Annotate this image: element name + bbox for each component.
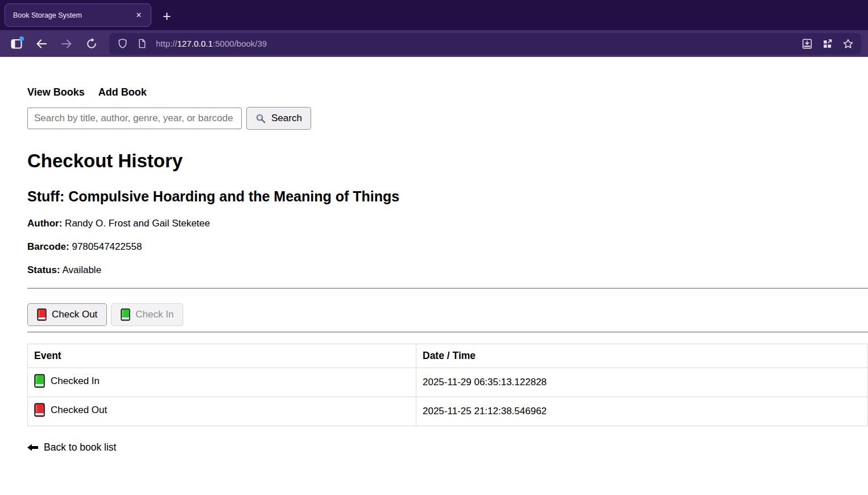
check-in-label: Check In	[135, 309, 173, 320]
status-value: Available	[62, 265, 101, 275]
barcode-line: Barcode: 9780547422558	[27, 241, 868, 253]
shield-icon[interactable]	[115, 36, 130, 51]
author-label: Author:	[27, 218, 62, 229]
notification-dot-icon	[19, 36, 24, 41]
table-row: Checked Out 2025-11-25 21:12:38.546962	[28, 397, 868, 426]
table-header-row: Event Date / Time	[28, 344, 868, 368]
author-line: Author: Randy O. Frost and Gail Steketee	[27, 218, 868, 229]
browser-toolbar: http://127.0.0.1:5000/book/39	[0, 30, 868, 57]
datetime-column-header: Date / Time	[416, 344, 868, 368]
divider	[27, 332, 868, 333]
divider	[27, 288, 868, 289]
page-content: View Books Add Book Search Checkout Hist…	[0, 57, 868, 495]
author-value: Randy O. Frost and Gail Steketee	[65, 218, 210, 229]
checkout-history-table: Event Date / Time Checked In	[27, 344, 868, 426]
checkout-actions: Check Out Check In	[27, 303, 868, 326]
datetime-cell: 2025-11-29 06:35:13.122828	[416, 368, 868, 397]
status-label: Status:	[27, 265, 60, 275]
search-icon	[255, 113, 266, 124]
firefox-view-icon[interactable]	[8, 35, 25, 52]
green-book-icon	[121, 308, 130, 321]
barcode-value: 9780547422558	[72, 241, 142, 252]
new-tab-button[interactable]: +	[163, 9, 171, 23]
green-book-icon	[34, 374, 45, 388]
check-out-label: Check Out	[52, 309, 97, 320]
tab-close-icon[interactable]: ✕	[133, 9, 145, 22]
barcode-label: Barcode:	[27, 241, 69, 252]
extensions-grid-icon[interactable]	[820, 36, 835, 51]
url-bar[interactable]: http://127.0.0.1:5000/book/39	[109, 33, 861, 55]
search-button[interactable]: Search	[246, 107, 311, 130]
red-book-icon	[37, 308, 47, 321]
event-label: Checked In	[51, 376, 100, 387]
event-cell: Checked Out	[28, 397, 416, 426]
browser-tab-bar: Book Storage System ✕ +	[0, 0, 868, 30]
red-book-icon	[34, 403, 45, 417]
left-arrow-icon	[27, 444, 38, 451]
back-to-book-list-link[interactable]: Back to book list	[27, 442, 116, 453]
check-in-button[interactable]: Check In	[111, 303, 183, 326]
nav-add-book-link[interactable]: Add Book	[98, 86, 147, 98]
save-page-icon[interactable]	[800, 36, 815, 51]
site-nav: View Books Add Book	[27, 86, 868, 98]
url-text[interactable]: http://127.0.0.1:5000/book/39	[156, 39, 267, 48]
search-row: Search	[27, 107, 868, 130]
browser-tab[interactable]: Book Storage System ✕	[5, 3, 151, 27]
book-title: Stuff: Compulsive Hoarding and the Meani…	[27, 188, 868, 205]
search-input[interactable]	[27, 108, 242, 129]
back-link-label: Back to book list	[44, 442, 116, 453]
page-info-icon[interactable]	[134, 36, 149, 51]
refresh-button[interactable]	[83, 35, 100, 52]
table-row: Checked In 2025-11-29 06:35:13.122828	[28, 368, 868, 397]
check-out-button[interactable]: Check Out	[27, 303, 107, 326]
event-label: Checked Out	[51, 405, 107, 416]
url-scheme: http://	[156, 39, 177, 48]
page-title: Checkout History	[27, 150, 868, 172]
bookmark-star-icon[interactable]	[841, 36, 855, 51]
event-cell: Checked In	[28, 368, 416, 397]
event-column-header: Event	[28, 344, 416, 368]
url-host: 127.0.0.1	[177, 39, 213, 48]
tab-title: Book Storage System	[13, 11, 133, 19]
status-line: Status: Available	[27, 265, 868, 276]
url-path: :5000/book/39	[213, 39, 267, 48]
search-button-label: Search	[271, 113, 302, 124]
back-button[interactable]	[33, 35, 50, 52]
forward-button[interactable]	[58, 35, 75, 52]
nav-view-books-link[interactable]: View Books	[27, 86, 85, 98]
datetime-cell: 2025-11-25 21:12:38.546962	[416, 397, 868, 426]
